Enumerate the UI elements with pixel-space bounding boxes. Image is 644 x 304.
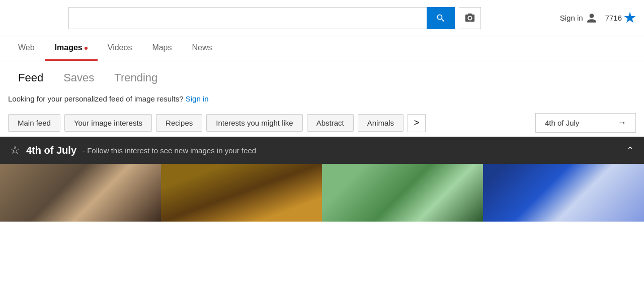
interest-banner-left: ☆ 4th of July - Follow this interest to … <box>10 144 256 157</box>
chip-animals[interactable]: Animals <box>358 114 404 132</box>
tab-videos[interactable]: Videos <box>98 36 142 61</box>
filter-chips: Main feed Your image interests Recipes I… <box>0 109 644 137</box>
interest-banner: ☆ 4th of July - Follow this interest to … <box>0 137 644 164</box>
sign-in-link[interactable]: Sign in <box>186 94 209 103</box>
search-icon <box>436 13 446 23</box>
image-3 <box>322 164 483 222</box>
star-icon[interactable]: ☆ <box>10 144 20 157</box>
feed-tabs: Feed Saves Trending <box>0 61 644 88</box>
personalization-message: Looking for your personalized feed of im… <box>0 88 644 109</box>
camera-search-button[interactable] <box>459 7 481 29</box>
image-tile[interactable] <box>161 164 322 222</box>
chip-your-image-interests[interactable]: Your image interests <box>64 114 152 132</box>
tab-web[interactable]: Web <box>8 36 45 61</box>
image-2 <box>161 164 322 222</box>
search-bar-container <box>68 7 481 29</box>
feed-tab-trending[interactable]: Trending <box>104 67 168 88</box>
rewards-icon <box>624 12 636 24</box>
active-dot <box>85 47 88 50</box>
interest-banner-follow: - Follow this interest to see new images… <box>83 146 256 155</box>
user-icon <box>586 13 597 24</box>
rewards-badge: 7716 <box>605 12 636 24</box>
camera-icon <box>464 13 475 24</box>
nav-tabs: Web Images Videos Maps News <box>0 36 644 61</box>
image-tile[interactable] <box>483 164 644 222</box>
tab-images[interactable]: Images <box>45 36 98 61</box>
search-input[interactable] <box>68 7 427 29</box>
chip-recipes[interactable]: Recipes <box>156 114 202 132</box>
tab-maps[interactable]: Maps <box>142 36 182 61</box>
selected-filter-label: 4th of July <box>545 119 579 127</box>
image-tile[interactable] <box>322 164 483 222</box>
image-grid <box>0 164 644 222</box>
image-1 <box>0 164 161 222</box>
feed-tab-saves[interactable]: Saves <box>53 67 104 88</box>
collapse-banner-button[interactable]: ⌃ <box>626 145 634 156</box>
interest-banner-title: 4th of July <box>26 145 76 156</box>
more-chips-arrow[interactable]: > <box>408 114 426 132</box>
tab-news[interactable]: News <box>182 36 222 61</box>
feed-tab-feed[interactable]: Feed <box>8 67 53 88</box>
selected-filter-arrow: → <box>617 118 626 128</box>
header: Sign in 7716 <box>0 0 644 36</box>
search-button[interactable] <box>427 7 455 29</box>
image-tile[interactable] <box>0 164 161 222</box>
chip-main-feed[interactable]: Main feed <box>8 114 60 132</box>
sign-in-button[interactable]: Sign in <box>560 13 597 24</box>
rewards-score: 7716 <box>605 14 622 22</box>
image-4 <box>483 164 644 222</box>
chip-interests-you-might-like[interactable]: Interests you might like <box>206 114 302 132</box>
selected-filter-chip[interactable]: 4th of July → <box>535 113 636 133</box>
chip-abstract[interactable]: Abstract <box>307 114 354 132</box>
sign-in-label: Sign in <box>560 14 583 22</box>
header-right: Sign in 7716 <box>560 12 636 24</box>
